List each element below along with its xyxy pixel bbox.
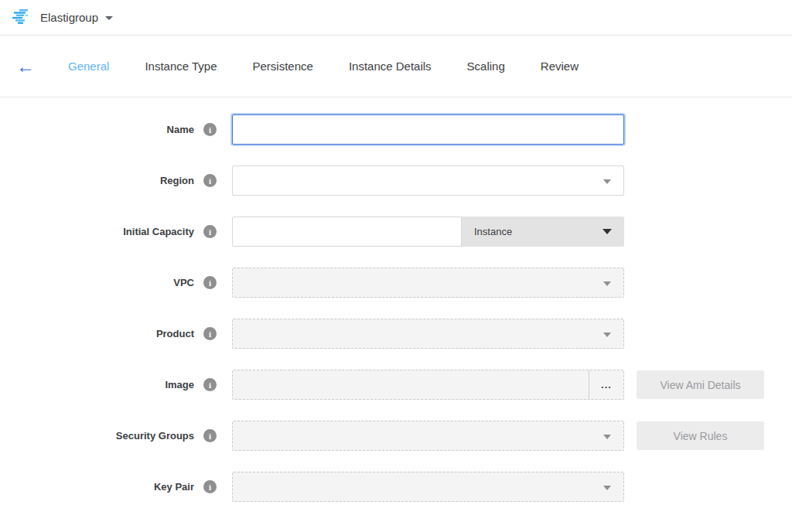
image-input-group: ...	[232, 370, 624, 400]
vpc-select[interactable]	[232, 268, 624, 298]
elastigroup-logo-icon	[12, 9, 31, 26]
arrow-left-icon: ←	[16, 57, 35, 76]
name-input[interactable]	[233, 115, 623, 144]
app-title[interactable]: Elastigroup	[40, 11, 98, 24]
vpc-label: VPC	[173, 277, 194, 288]
chevron-down-icon	[603, 229, 612, 234]
tab-general[interactable]: General	[68, 60, 109, 73]
capacity-unit-value: Instance	[474, 226, 512, 237]
chevron-down-icon	[603, 332, 611, 337]
key-pair-label: Key Pair	[154, 481, 194, 493]
info-icon[interactable]: i	[203, 327, 217, 340]
chevron-down-icon	[603, 281, 611, 286]
chevron-down-icon	[603, 486, 611, 490]
info-icon[interactable]: i	[203, 174, 217, 187]
form-row-region: Region i	[0, 165, 792, 196]
initial-capacity-input-wrap	[232, 217, 462, 247]
image-input[interactable]	[233, 370, 589, 399]
region-label: Region	[160, 175, 194, 186]
chevron-down-icon	[603, 435, 611, 439]
form-row-vpc: VPC i	[0, 268, 792, 298]
wizard-tabbar: ← General Instance Type Persistence Inst…	[0, 36, 792, 97]
info-icon[interactable]: i	[203, 480, 217, 493]
chevron-down-icon	[603, 179, 611, 184]
form-row-image: Image i ... View Ami Details	[0, 370, 792, 400]
general-settings-form: Name i Region i Initial Capacity i Insta…	[0, 97, 792, 502]
info-icon[interactable]: i	[203, 429, 217, 442]
info-icon[interactable]: i	[203, 378, 217, 391]
form-row-security-groups: Security Groups i View Rules	[0, 421, 792, 451]
key-pair-select[interactable]	[232, 472, 624, 502]
info-icon[interactable]: i	[203, 276, 217, 289]
view-ami-details-button[interactable]: View Ami Details	[637, 370, 764, 399]
tab-review[interactable]: Review	[541, 60, 579, 73]
security-groups-label: Security Groups	[116, 430, 194, 442]
product-select[interactable]	[232, 319, 624, 349]
tab-scaling[interactable]: Scaling	[467, 60, 505, 73]
capacity-unit-select[interactable]: Instance	[462, 217, 624, 247]
wizard-tabs: General Instance Type Persistence Instan…	[68, 60, 579, 73]
tab-instance-type[interactable]: Instance Type	[145, 60, 217, 73]
tab-instance-details[interactable]: Instance Details	[349, 60, 432, 73]
chevron-down-icon[interactable]	[105, 16, 113, 20]
app-header: Elastigroup	[0, 0, 792, 36]
view-rules-button[interactable]: View Rules	[637, 421, 764, 450]
info-icon[interactable]: i	[203, 123, 217, 136]
initial-capacity-input[interactable]	[233, 217, 461, 246]
form-row-initial-capacity: Initial Capacity i Instance	[0, 217, 792, 247]
name-input-wrap	[232, 114, 624, 145]
region-select[interactable]	[232, 165, 624, 196]
initial-capacity-label: Initial Capacity	[123, 226, 194, 237]
name-label: Name	[167, 124, 194, 135]
form-row-name: Name i	[0, 114, 792, 145]
back-button[interactable]: ←	[15, 56, 36, 77]
browse-image-button[interactable]: ...	[589, 370, 623, 399]
security-groups-select[interactable]	[232, 421, 624, 451]
info-icon[interactable]: i	[203, 225, 217, 238]
image-label: Image	[165, 379, 194, 390]
initial-capacity-group: Instance	[232, 217, 624, 247]
product-label: Product	[156, 328, 194, 339]
form-row-key-pair: Key Pair i	[0, 472, 792, 502]
form-row-product: Product i	[0, 319, 792, 349]
tab-persistence[interactable]: Persistence	[253, 60, 313, 73]
